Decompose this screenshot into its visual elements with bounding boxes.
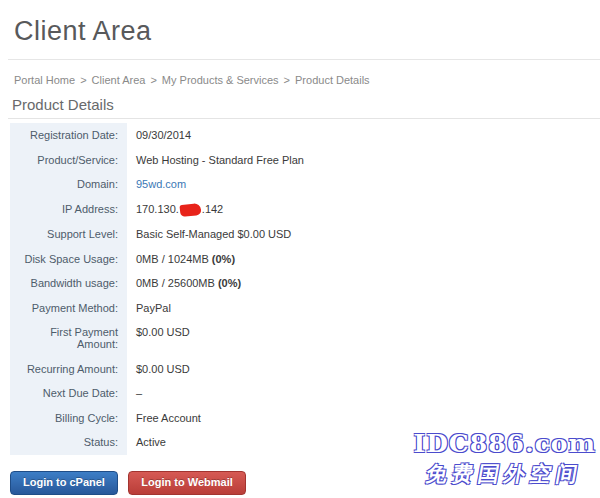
row-disk-space-usage: Disk Space Usage: 0MB / 1024MB (0%) xyxy=(10,247,600,272)
breadcrumb-separator: > xyxy=(284,74,290,86)
product-details-table: Registration Date: 09/30/2014 Product/Se… xyxy=(10,123,600,455)
disk-usage-percent: (0%) xyxy=(212,253,235,265)
row-label: Domain: xyxy=(10,172,127,197)
ip-prefix: 170.130. xyxy=(136,203,179,215)
row-value: $0.00 USD xyxy=(127,320,198,357)
redaction-scribble xyxy=(179,202,201,216)
login-to-webmail-button[interactable]: Login to Webmail xyxy=(128,471,245,495)
row-label: Recurring Amount: xyxy=(10,357,127,382)
row-value: PayPal xyxy=(127,296,179,321)
row-value: 0MB / 1024MB (0%) xyxy=(127,247,243,272)
disk-usage-text: 0MB / 1024MB xyxy=(136,253,212,265)
row-ip-address: IP Address: 170.130..142 xyxy=(10,197,600,223)
bandwidth-usage-text: 0MB / 25600MB xyxy=(136,277,218,289)
row-label: Next Due Date: xyxy=(10,381,127,406)
row-label: Billing Cycle: xyxy=(10,406,127,431)
row-label: IP Address: xyxy=(10,197,127,223)
row-label: Payment Method: xyxy=(10,296,127,321)
row-value: Basic Self-Managed $0.00 USD xyxy=(127,222,299,247)
section-title-product-details: Product Details xyxy=(8,96,600,119)
row-value: – xyxy=(127,381,150,406)
row-label: Status: xyxy=(10,430,127,455)
row-label: First Payment Amount: xyxy=(10,320,127,357)
breadcrumb-client-area[interactable]: Client Area xyxy=(92,74,146,86)
row-value: 0MB / 25600MB (0%) xyxy=(127,271,249,296)
domain-link[interactable]: 95wd.com xyxy=(136,178,186,190)
status-value: Active xyxy=(127,430,174,455)
row-registration-date: Registration Date: 09/30/2014 xyxy=(10,123,600,148)
row-payment-method: Payment Method: PayPal xyxy=(10,296,600,321)
breadcrumb-separator: > xyxy=(150,74,156,86)
breadcrumb-separator: > xyxy=(80,74,86,86)
row-value: 09/30/2014 xyxy=(127,123,199,148)
bandwidth-usage-percent: (0%) xyxy=(218,277,241,289)
row-product-service: Product/Service: Web Hosting - Standard … xyxy=(10,148,600,173)
row-first-payment-amount: First Payment Amount: $0.00 USD xyxy=(10,320,600,357)
row-domain: Domain: 95wd.com xyxy=(10,172,600,197)
row-value: Web Hosting - Standard Free Plan xyxy=(127,148,312,173)
row-value: Free Account xyxy=(127,406,209,431)
row-support-level: Support Level: Basic Self-Managed $0.00 … xyxy=(10,222,600,247)
row-next-due-date: Next Due Date: – xyxy=(10,381,600,406)
row-label: Support Level: xyxy=(10,222,127,247)
row-bandwidth-usage: Bandwidth usage: 0MB / 25600MB (0%) xyxy=(10,271,600,296)
row-status: Status: Active xyxy=(10,430,600,455)
breadcrumb-portal-home[interactable]: Portal Home xyxy=(14,74,75,86)
login-to-cpanel-button[interactable]: Login to cPanel xyxy=(10,471,118,495)
row-label: Product/Service: xyxy=(10,148,127,173)
row-value: 170.130..142 xyxy=(127,197,231,223)
action-buttons: Login to cPanel Login to Webmail xyxy=(10,471,600,495)
breadcrumb-my-products-services[interactable]: My Products & Services xyxy=(162,74,279,86)
row-label: Registration Date: xyxy=(10,123,127,148)
row-label: Bandwidth usage: xyxy=(10,271,127,296)
ip-suffix: .142 xyxy=(202,203,223,215)
breadcrumb: Portal Home>Client Area>My Products & Se… xyxy=(0,60,600,86)
row-label: Disk Space Usage: xyxy=(10,247,127,272)
breadcrumb-product-details: Product Details xyxy=(295,74,370,86)
row-recurring-amount: Recurring Amount: $0.00 USD xyxy=(10,357,600,382)
row-value: $0.00 USD xyxy=(127,357,198,382)
page-title: Client Area xyxy=(0,0,600,59)
row-value: 95wd.com xyxy=(127,172,194,197)
row-billing-cycle: Billing Cycle: Free Account xyxy=(10,406,600,431)
